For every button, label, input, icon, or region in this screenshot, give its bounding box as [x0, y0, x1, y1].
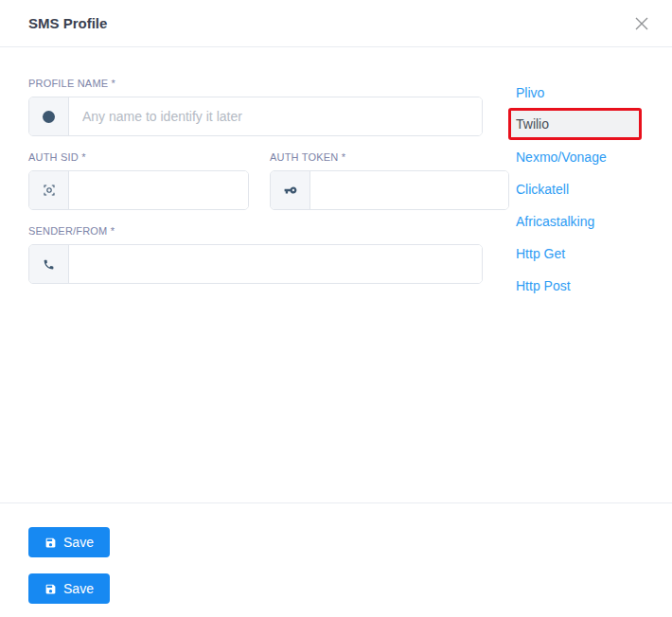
- save-button-secondary[interactable]: Save: [28, 573, 110, 604]
- modal-header: SMS Profile: [0, 0, 672, 47]
- sender-from-label: SENDER/FROM *: [28, 225, 483, 237]
- provider-label-twilio: Twilio: [516, 116, 549, 132]
- provider-link-nexmo-vonage[interactable]: Nexmo/Vonage: [508, 150, 642, 165]
- phone-icon: [29, 245, 69, 283]
- provider-link-plivo[interactable]: Plivo: [508, 85, 642, 100]
- key-icon: [271, 171, 310, 209]
- provider-link-http-get[interactable]: Http Get: [508, 246, 642, 261]
- sender-from-input[interactable]: [69, 245, 482, 283]
- profile-name-input[interactable]: [69, 97, 482, 135]
- user-secret-icon: [29, 171, 69, 209]
- provider-list: Plivo Twilio Nexmo/Vonage Clickatell Afr…: [508, 78, 642, 310]
- close-button[interactable]: [632, 14, 651, 33]
- auth-sid-label: AUTH SID *: [28, 151, 249, 163]
- save-button-label: Save: [63, 535, 94, 550]
- provider-link-africastalking[interactable]: Africastalking: [508, 214, 642, 229]
- auth-sid-group: AUTH SID *: [28, 151, 249, 210]
- modal-footer: Save Save: [0, 502, 672, 617]
- sender-from-group: SENDER/FROM *: [28, 225, 483, 284]
- save-icon: [44, 537, 57, 549]
- auth-sid-input[interactable]: [69, 171, 248, 209]
- profile-name-label: PROFILE NAME *: [28, 78, 483, 89]
- auth-token-group: AUTH TOKEN *: [270, 151, 509, 210]
- save-icon: [44, 583, 57, 595]
- save-button[interactable]: Save: [28, 527, 110, 557]
- provider-link-clickatell[interactable]: Clickatell: [508, 182, 642, 197]
- modal-body: PROFILE NAME * AUTH SID *: [0, 47, 672, 310]
- close-icon: [634, 16, 649, 31]
- page-title: SMS Profile: [28, 15, 107, 31]
- save-button-label: Save: [63, 581, 94, 596]
- dot-circle-icon: [29, 97, 69, 135]
- auth-token-label: AUTH TOKEN *: [270, 151, 509, 163]
- provider-item-twilio[interactable]: Twilio: [508, 108, 642, 140]
- auth-token-input[interactable]: [310, 171, 508, 209]
- sms-profile-form: PROFILE NAME * AUTH SID *: [28, 78, 483, 299]
- profile-name-group: PROFILE NAME *: [28, 78, 483, 136]
- provider-link-http-post[interactable]: Http Post: [508, 278, 642, 293]
